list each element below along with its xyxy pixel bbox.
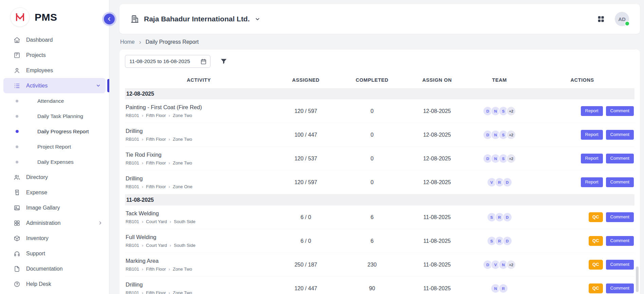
path-segment: Court Yard — [146, 219, 167, 224]
sidebar-subitem-daily-expenses[interactable]: Daily Expenses — [0, 154, 109, 170]
sidebar-item-label: Inventory — [26, 235, 49, 241]
comment-button[interactable]: Comment — [606, 106, 634, 116]
vertical-scrollbar[interactable] — [636, 267, 639, 292]
activity-title: Drilling — [126, 175, 273, 182]
comment-button[interactable]: Comment — [606, 130, 634, 139]
path-segment: Fifth Floor — [146, 137, 166, 142]
group-date: 11-08-2025 — [126, 197, 154, 203]
activities-list-icon — [14, 82, 20, 89]
comment-button[interactable]: Comment — [606, 154, 634, 163]
report-button[interactable]: Report — [581, 154, 603, 163]
sidebar-collapse-button[interactable] — [104, 14, 115, 24]
path-segment: Zone Two — [173, 267, 192, 272]
chevron-right-icon — [98, 220, 103, 226]
chevron-right-icon: › — [169, 137, 170, 141]
app-logo: PMS — [0, 0, 109, 31]
path-segment: Fifth Floor — [146, 113, 166, 118]
table-row: Drilling RB101› Fifth Floor› Zone One 12… — [125, 171, 634, 194]
path-segment: RB101 — [126, 290, 139, 294]
grid-icon — [14, 220, 20, 227]
team-avatar[interactable]: D — [502, 212, 512, 222]
qc-button[interactable]: QC — [589, 236, 603, 246]
sidebar-item-help-desk[interactable]: Help Desk — [0, 276, 109, 292]
sidebar-subitem-daily-progress-report[interactable]: Daily Progress Report — [0, 124, 109, 139]
sidebar-item-expense[interactable]: Expense — [0, 185, 109, 200]
report-button[interactable]: Report — [581, 130, 603, 139]
sidebar-item-projects[interactable]: Projects — [0, 47, 109, 63]
table-row: Painting - First Coat (Fire Red) RB101› … — [125, 99, 634, 123]
comment-button[interactable]: Comment — [606, 212, 634, 222]
comment-button[interactable]: Comment — [606, 260, 634, 269]
chevron-right-icon: › — [142, 291, 143, 294]
comment-button[interactable]: Comment — [606, 283, 634, 293]
path-segment: RB101 — [126, 219, 139, 224]
home-icon — [14, 37, 20, 43]
team-avatar[interactable]: R — [498, 283, 508, 293]
qc-button[interactable]: QC — [589, 283, 603, 293]
team-avatars: N R — [469, 283, 530, 293]
assign-on-date: 11-08-2025 — [405, 214, 469, 220]
sidebar-subitem-daily-task-planning[interactable]: Daily Task Planning — [0, 109, 109, 124]
chevron-right-icon: › — [142, 267, 143, 271]
assign-on-date: 11-08-2025 — [405, 262, 469, 268]
activity-location-path: RB101› Fifth Floor› Zone Two — [126, 267, 273, 272]
qc-button[interactable]: QC — [589, 212, 603, 222]
box-icon — [14, 235, 20, 242]
calendar-icon — [200, 58, 207, 65]
comment-button[interactable]: Comment — [606, 236, 634, 246]
sidebar-item-image-gallery[interactable]: Image Gallary — [0, 200, 109, 215]
chevron-right-icon: › — [142, 243, 143, 248]
logo-icon — [10, 7, 30, 27]
user-avatar[interactable]: AD — [615, 12, 629, 26]
sidebar-subitem-attendance[interactable]: Attendance — [0, 93, 109, 109]
company-selector[interactable]: Raja Bahadur International Ltd. — [130, 15, 260, 23]
filter-funnel-icon[interactable] — [220, 58, 227, 65]
chevron-right-icon: › — [170, 219, 171, 224]
activity-location-path: RB101› Fifth Floor› Zone Two — [126, 113, 273, 118]
team-avatars: D N S +2 — [469, 154, 530, 163]
sidebar-item-directory[interactable]: Directory — [0, 170, 109, 185]
sidebar-item-inventory[interactable]: Inventory — [0, 231, 109, 246]
breadcrumb-home-link[interactable]: Home — [120, 39, 135, 45]
sidebar-item-label: Administration — [26, 220, 60, 226]
activity-title: Painting - First Coat (Fire Red) — [126, 104, 273, 111]
team-avatar-more[interactable]: +2 — [506, 154, 516, 163]
sidebar-item-support[interactable]: Support — [0, 246, 109, 261]
sidebar-item-dashboard[interactable]: Dashboard — [0, 32, 109, 47]
team-avatar-more[interactable]: +2 — [506, 260, 516, 270]
comment-button[interactable]: Comment — [606, 177, 634, 187]
sidebar-item-activities[interactable]: Activities — [3, 78, 106, 93]
sidebar-item-administration[interactable]: Administration — [0, 215, 109, 231]
team-avatar[interactable]: D — [502, 177, 512, 187]
app-name: PMS — [35, 12, 57, 23]
assign-on-date: 12-08-2025 — [405, 132, 469, 138]
completed-value: 6 — [339, 214, 405, 220]
chevron-right-icon: › — [169, 267, 170, 271]
assigned-value: 6 / 0 — [273, 238, 339, 244]
table-row: Tack Welding RB101› Court Yard› South Si… — [125, 205, 634, 229]
qc-button[interactable]: QC — [589, 260, 603, 269]
report-card: 11-08-2025 to 16-08-2025 ACTIVITY ASSIGN… — [119, 50, 640, 294]
sidebar-item-documentation[interactable]: Documentation — [0, 261, 109, 276]
path-segment: Zone One — [173, 184, 192, 189]
path-segment: RB101 — [126, 113, 139, 118]
activity-title: Drilling — [126, 281, 273, 288]
team-avatar[interactable]: D — [502, 236, 512, 246]
sidebar-subitem-label: Daily Task Planning — [37, 113, 83, 119]
sidebar-subitem-project-report[interactable]: Project Report — [0, 139, 109, 154]
date-range-input[interactable]: 11-08-2025 to 16-08-2025 — [125, 55, 210, 68]
chevron-right-icon: › — [169, 161, 170, 165]
person-icon — [14, 67, 20, 74]
sidebar-item-employees[interactable]: Employees — [0, 63, 109, 78]
activity-location-path: RB101› Court Yard› South Side — [126, 219, 273, 224]
report-button[interactable]: Report — [581, 106, 603, 116]
completed-value: 0 — [339, 132, 405, 138]
filter-row: 11-08-2025 to 16-08-2025 — [125, 55, 634, 68]
team-avatar-more[interactable]: +2 — [506, 130, 516, 140]
main-content: Raja Bahadur International Ltd. AD Home … — [109, 0, 644, 294]
bullet-icon — [16, 145, 18, 148]
team-avatar-more[interactable]: +2 — [506, 106, 516, 116]
apps-grid-icon[interactable] — [597, 15, 605, 23]
report-button[interactable]: Report — [581, 177, 603, 187]
table-header-row: ACTIVITY ASSIGNED COMPLETED ASSIGN ON TE… — [125, 72, 634, 88]
